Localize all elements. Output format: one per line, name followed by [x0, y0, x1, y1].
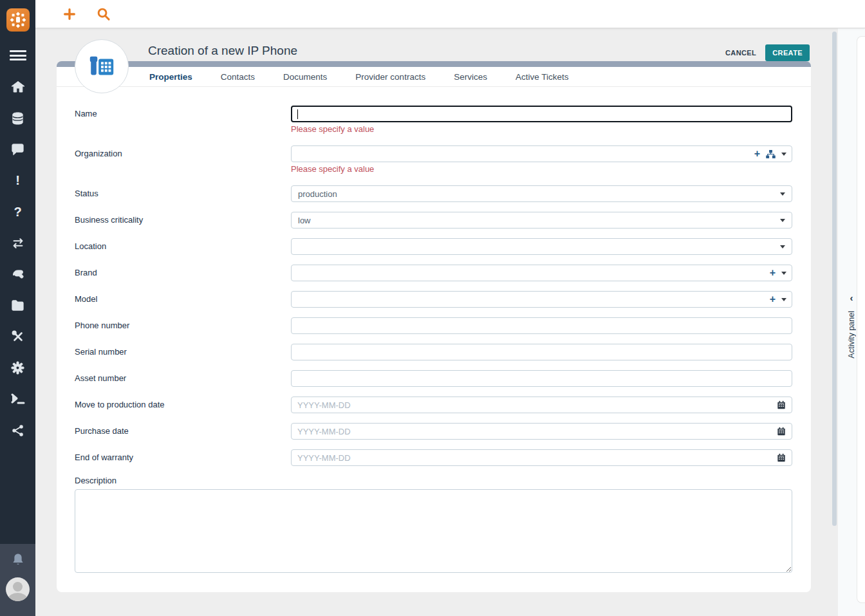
hamburger-menu-icon[interactable] [10, 48, 26, 62]
field-row-phone-number: Phone number [75, 317, 792, 334]
calendar-icon[interactable] [777, 400, 786, 409]
tab-contacts[interactable]: Contacts [221, 72, 255, 82]
caret-down-icon[interactable] [781, 272, 786, 275]
main-area: Creation of a new IP Phone CANCEL CREATE [35, 28, 865, 616]
caret-down-icon[interactable] [781, 153, 786, 156]
global-search-button[interactable] [96, 6, 111, 21]
purchase-date-field [291, 423, 792, 440]
field-row-end-of-warranty: End of warranty [75, 449, 792, 466]
expand-activity-panel-icon[interactable]: ‹ [850, 292, 853, 303]
sidebar-item-alerts[interactable]: ! [0, 165, 35, 197]
page-title: Creation of a new IP Phone [148, 44, 297, 58]
sidebar-item-data[interactable] [0, 103, 35, 135]
topbar [35, 0, 865, 28]
vertical-scrollbar[interactable] [832, 32, 837, 526]
field-label: Phone number [75, 317, 291, 334]
validation-error: Please specify a value [291, 124, 792, 134]
tab-properties[interactable]: Properties [149, 72, 192, 82]
field-label: Name [75, 106, 291, 134]
validation-error: Please specify a value [291, 164, 792, 174]
sidebar-item-chat[interactable] [0, 134, 35, 165]
caret-down-icon [780, 245, 785, 248]
quick-create-button[interactable] [62, 7, 77, 21]
phone-number-input[interactable] [291, 317, 792, 334]
asset-number-input[interactable] [291, 370, 792, 387]
add-icon [62, 7, 77, 21]
field-row-description: Description [75, 476, 792, 575]
location-select[interactable] [291, 238, 792, 255]
business-criticality-select[interactable]: low [291, 212, 792, 229]
move-to-production-date-input[interactable] [297, 400, 777, 410]
sidebar-item-changes[interactable] [0, 228, 35, 259]
organization-select[interactable]: + [291, 145, 792, 162]
calendar-icon[interactable] [777, 453, 786, 462]
ip-phone-icon [87, 51, 116, 81]
field-row-serial-number: Serial number [75, 344, 792, 360]
end-of-warranty-input[interactable] [297, 453, 777, 463]
name-input[interactable] [291, 106, 792, 122]
object-header: Creation of a new IP Phone CANCEL CREATE [57, 39, 811, 61]
sidebar-item-support[interactable] [0, 259, 35, 290]
sidebar-item-home[interactable] [0, 71, 35, 103]
notifications-button[interactable] [10, 552, 26, 571]
sidebar-item-configuration[interactable] [0, 321, 35, 353]
field-label: Business criticality [75, 212, 291, 229]
hand-support-icon [10, 266, 26, 282]
field-label: Status [75, 185, 291, 202]
calendar-icon[interactable] [777, 427, 786, 436]
caret-down-icon [780, 219, 785, 222]
tab-active-tickets[interactable]: Active Tickets [516, 72, 569, 82]
header-actions: CANCEL CREATE [719, 44, 810, 61]
exclamation-icon: ! [15, 173, 20, 188]
field-row-status: Status production [75, 185, 792, 202]
field-label: Asset number [75, 370, 291, 387]
sidebar-item-share[interactable] [0, 415, 35, 447]
question-icon: ? [14, 205, 21, 219]
itop-logo[interactable] [6, 8, 30, 32]
field-label: Organization [75, 145, 291, 174]
field-row-location: Location [75, 238, 792, 255]
chat-icon [10, 142, 25, 157]
field-row-model: Model + [75, 291, 792, 308]
tab-provider-contracts[interactable]: Provider contracts [355, 72, 425, 82]
plus-icon[interactable]: + [754, 149, 760, 159]
plus-icon[interactable]: + [770, 268, 776, 278]
sidebar: ! ? [0, 0, 35, 616]
user-avatar[interactable] [6, 577, 30, 601]
field-row-move-to-production-date: Move to production date [75, 397, 792, 413]
caret-down-icon[interactable] [781, 298, 786, 301]
sidebar-item-settings[interactable] [0, 353, 35, 384]
selected-value: low [298, 216, 780, 225]
bell-icon [10, 552, 26, 568]
activity-panel-label[interactable]: Activity panel [847, 311, 856, 359]
caret-down-icon [780, 192, 785, 196]
field-label: Description [75, 476, 792, 485]
object-creation-panel: Creation of a new IP Phone CANCEL CREATE [57, 39, 811, 592]
create-button[interactable]: CREATE [765, 44, 810, 61]
tab-services[interactable]: Services [454, 72, 487, 82]
object-icon-circle [75, 39, 129, 93]
plus-icon[interactable]: + [770, 294, 776, 304]
card-top-bar [57, 61, 811, 67]
sidebar-item-console[interactable] [0, 384, 35, 415]
sidebar-item-documents[interactable] [0, 290, 35, 322]
sidebar-item-help[interactable]: ? [0, 196, 35, 228]
cancel-button[interactable]: CANCEL [719, 45, 763, 61]
hierarchy-icon[interactable] [766, 150, 776, 158]
model-select[interactable]: + [291, 291, 792, 308]
field-row-business-criticality: Business criticality low [75, 212, 792, 229]
properties-form: Name Please specify a value Organization… [57, 87, 811, 575]
field-label: Move to production date [75, 397, 291, 413]
itop-logo-icon [10, 12, 26, 28]
activity-panel-rail: ‹ Activity panel [838, 28, 865, 616]
purchase-date-input[interactable] [297, 427, 777, 436]
serial-number-input[interactable] [291, 344, 792, 360]
description-textarea[interactable] [75, 489, 792, 573]
field-label: Location [75, 238, 291, 255]
terminal-icon [10, 393, 26, 406]
field-label: Serial number [75, 344, 291, 360]
status-select[interactable]: production [291, 185, 792, 202]
brand-select[interactable]: + [291, 265, 792, 281]
tab-documents[interactable]: Documents [283, 72, 327, 82]
database-icon [10, 111, 25, 126]
